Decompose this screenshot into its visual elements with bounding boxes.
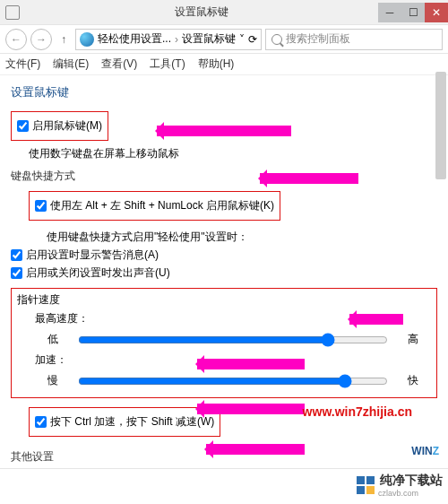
enable-mousekeys-checkbox[interactable]: [17, 120, 29, 132]
speed-group-label: 指针速度: [17, 292, 431, 308]
shortcut-group-label: 键盘快捷方式: [11, 169, 437, 184]
breadcrumb[interactable]: 轻松使用设置... › 设置鼠标键 ˅ ⟳: [75, 29, 262, 50]
sound-checkbox[interactable]: [11, 267, 22, 279]
other-group-label: 其他设置: [11, 449, 437, 465]
search-input[interactable]: 搜索控制面板: [265, 29, 443, 50]
menu-tools[interactable]: 工具(T): [150, 56, 185, 72]
content-area: 设置鼠标键 启用鼠标键(M) 使用数字键盘在屏幕上移动鼠标 键盘快捷方式 使用左…: [0, 75, 448, 468]
top-speed-label: 最高速度：: [35, 311, 431, 326]
menu-file[interactable]: 文件(F): [5, 56, 40, 72]
use-shortcut-row[interactable]: 使用左 Alt + 左 Shift + NumLock 启用鼠标键(K): [35, 198, 274, 213]
chevron-right-icon: ›: [175, 33, 178, 46]
button-bar: 确定(O): [0, 468, 448, 504]
speed-low-label: 低: [35, 332, 71, 347]
accel-slider-row: 慢 快: [35, 373, 431, 388]
control-panel-icon: [80, 32, 94, 47]
ok-button[interactable]: 确定(O): [371, 476, 435, 498]
accel-slider[interactable]: [78, 374, 388, 388]
warning-row[interactable]: 启用设置时显示警告消息(A): [11, 248, 437, 263]
menubar: 文件(F) 编辑(E) 查看(V) 工具(T) 帮助(H): [0, 54, 448, 75]
speed-high-label: 高: [395, 332, 431, 347]
minimize-button[interactable]: ─: [378, 3, 401, 22]
enable-mousekeys-row[interactable]: 启用鼠标键(M): [17, 118, 102, 134]
sound-label: 启用或关闭设置时发出声音(U): [26, 265, 170, 281]
forward-button[interactable]: →: [30, 29, 52, 50]
highlight-speed: 指针速度 最高速度： 低 高 加速： 慢 快: [11, 288, 437, 398]
menu-help[interactable]: 帮助(H): [198, 56, 235, 72]
warning-checkbox[interactable]: [11, 249, 22, 261]
window-icon: [5, 5, 20, 20]
close-button[interactable]: ✕: [425, 3, 448, 22]
menu-edit[interactable]: 编辑(E): [53, 56, 89, 72]
search-icon: [271, 34, 282, 45]
shortcut-description: 使用键盘快捷方式启用"轻松使用"设置时：: [47, 230, 437, 245]
use-shortcut-label: 使用左 Alt + 左 Shift + NumLock 启用鼠标键(K): [50, 198, 274, 213]
ctrl-shift-label: 按下 Ctrl 加速，按下 Shift 减速(W): [50, 414, 214, 430]
accel-label: 加速：: [35, 352, 431, 368]
highlight-enable: 启用鼠标键(M): [11, 111, 108, 141]
scrollbar-thumb[interactable]: [435, 72, 446, 179]
window-buttons: ─ ☐ ✕: [378, 3, 448, 22]
enable-description: 使用数字键盘在屏幕上移动鼠标: [29, 146, 437, 161]
ctrl-shift-row[interactable]: 按下 Ctrl 加速，按下 Shift 减速(W): [35, 414, 214, 430]
breadcrumb-seg2[interactable]: 设置鼠标键: [182, 31, 236, 47]
up-button[interactable]: ↑: [56, 31, 72, 48]
enable-mousekeys-label: 启用鼠标键(M): [32, 118, 102, 134]
warning-label: 启用设置时显示警告消息(A): [26, 248, 159, 263]
accel-slow-label: 慢: [35, 373, 71, 388]
navbar: ← → ↑ 轻松使用设置... › 设置鼠标键 ˅ ⟳ 搜索控制面板: [0, 25, 448, 54]
search-placeholder: 搜索控制面板: [286, 31, 350, 47]
page-title: 设置鼠标键: [11, 84, 437, 100]
top-speed-slider[interactable]: [78, 333, 388, 347]
ctrl-shift-checkbox[interactable]: [35, 416, 47, 428]
accel-fast-label: 快: [395, 373, 431, 388]
titlebar: 设置鼠标键 ─ ☐ ✕: [0, 0, 448, 25]
top-speed-slider-row: 低 高: [35, 332, 431, 347]
refresh-button[interactable]: ⟳: [248, 33, 257, 46]
highlight-ctrl-shift: 按下 Ctrl 加速，按下 Shift 减速(W): [29, 407, 220, 437]
back-button[interactable]: ←: [5, 29, 27, 50]
window-title: 设置鼠标键: [25, 4, 378, 20]
menu-view[interactable]: 查看(V): [101, 56, 137, 72]
breadcrumb-seg1[interactable]: 轻松使用设置...: [98, 31, 171, 47]
sound-row[interactable]: 启用或关闭设置时发出声音(U): [11, 265, 437, 281]
use-shortcut-checkbox[interactable]: [35, 200, 47, 212]
highlight-shortcut: 使用左 Alt + 左 Shift + NumLock 启用鼠标键(K): [29, 191, 280, 221]
breadcrumb-dropdown[interactable]: ˅: [239, 33, 245, 46]
maximize-button[interactable]: ☐: [401, 3, 425, 22]
